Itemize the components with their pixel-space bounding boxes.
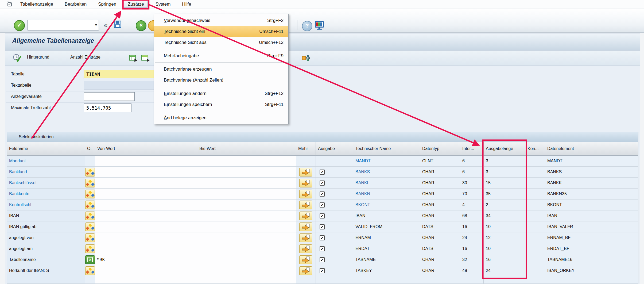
multiple-selection-button[interactable] (85, 212, 95, 220)
menu-item-batchvariante-erzeugen[interactable]: Batchvariante erzeugen (154, 64, 288, 75)
menu-item-einstellungen-speichern[interactable]: Einstellungen speichernStrg+F11 (154, 99, 288, 110)
menu-item-einstellungen-andern[interactable]: Einstellungen ändernStrg+F12 (154, 88, 288, 99)
multiple-selection-button[interactable] (85, 190, 95, 198)
row-tabellenname-bis-wert[interactable] (197, 254, 296, 265)
help-icon[interactable]: ? (302, 21, 312, 31)
more-selection-button[interactable] (299, 179, 312, 187)
ausgabe-checkbox[interactable]: ✓ (320, 246, 325, 251)
ausgabe-checkbox[interactable]: ✓ (320, 224, 325, 229)
menu-item-technische-sicht-aus[interactable]: Technische Sicht ausUmsch+F12 (154, 37, 288, 48)
enter-button[interactable]: ✓ (14, 20, 25, 31)
menu-system[interactable]: System (152, 1, 174, 8)
select-fields-icon[interactable] (141, 54, 150, 63)
row-mandant-von-wert[interactable] (95, 156, 197, 167)
menu-item-label: Einstellungen ändern (164, 91, 265, 96)
ausgabe-checkbox[interactable]: ✓ (320, 202, 325, 208)
row-bankland-bis-wert[interactable] (197, 167, 296, 178)
menu-item-and-belege-anzeigen[interactable]: Änd.belege anzeigen (154, 112, 288, 123)
menu-item-mehrfacheingabe[interactable]: MehrfacheingabeStrg+F9 (154, 50, 288, 61)
save-icon[interactable] (113, 20, 122, 30)
menu-item-technische-sicht-ein[interactable]: Technische Sicht einUmsch+F11 (154, 26, 288, 37)
command-input[interactable] (29, 21, 91, 29)
menu-item-batchvariante-anzahl-zeilen[interactable]: Batchvariante (Anzahl Zeilen) (154, 75, 288, 86)
row-bankschlussel-technical-name[interactable]: BANKL (353, 178, 420, 189)
ausgabe-checkbox[interactable]: ✓ (320, 181, 325, 186)
execute-icon[interactable] (13, 54, 21, 63)
ausgabe-checkbox[interactable]: ✓ (320, 268, 325, 273)
more-selection-button[interactable] (299, 244, 312, 253)
collapse-toolbar-icon[interactable]: « (104, 21, 108, 29)
more-selection-button[interactable] (299, 190, 312, 198)
multiple-selection-button[interactable] (85, 233, 95, 242)
row-iban-bis-wert[interactable] (197, 210, 296, 221)
menu-zusatze[interactable]: Zusätze (124, 1, 148, 8)
menu-hilfe[interactable]: Hilfe (178, 1, 195, 8)
anzahl-eintraege-button[interactable]: Anzahl Einträge (70, 55, 100, 60)
command-field[interactable]: ▾ (27, 20, 99, 30)
layout-icon[interactable] (314, 21, 324, 31)
row-bankschlussel-von-wert[interactable] (95, 178, 197, 189)
row-bankland-fieldname[interactable]: Bankland (7, 167, 85, 178)
row-iban-gultig-ab-mehr-cell (296, 221, 316, 232)
menu-tabellenanzeige[interactable]: Tabellenanzeige (17, 1, 57, 8)
row-bankland-von-wert[interactable] (95, 167, 197, 178)
multiple-selection-button[interactable] (85, 201, 95, 209)
row-herkunft-der-iban-s-von-wert[interactable] (95, 265, 197, 276)
export-icon[interactable] (301, 53, 311, 63)
ausgabe-checkbox[interactable]: ✓ (320, 257, 325, 262)
row-herkunft-der-iban-s-option-cell (85, 265, 95, 276)
more-selection-button[interactable] (299, 168, 312, 176)
row-kontrollschl-fieldname[interactable]: Kontrollschl. (7, 199, 85, 210)
row-bankkonto-von-wert[interactable] (95, 189, 197, 199)
window-menu-icon[interactable] (6, 1, 12, 7)
row-mandant-technical-name[interactable]: MANDT (353, 156, 420, 167)
multiple-selection-button[interactable] (85, 244, 95, 253)
row-bankkonto-technical-name[interactable]: BANKN (353, 189, 420, 199)
hintergrund-button[interactable]: Hintergrund (27, 55, 49, 60)
menu-bearbeiten[interactable]: Bearbeiten (61, 1, 90, 8)
row-kontrollschl-technical-name[interactable]: BKONT (353, 199, 420, 210)
row-bankkonto-fieldname[interactable]: Bankkonto (7, 189, 85, 199)
row-angelegt-am-von-wert[interactable] (95, 243, 197, 254)
row-bankkonto-bis-wert[interactable] (197, 189, 296, 199)
ausgabe-checkbox[interactable]: ✓ (320, 191, 325, 197)
row-angelegt-am-bis-wert[interactable] (197, 243, 296, 254)
more-selection-button[interactable] (299, 212, 312, 220)
row-tabellenname-von-wert[interactable]: *BK (95, 254, 197, 265)
row-bankland-ausgabe-cell: ✓ (316, 167, 353, 178)
row-iban-gultig-ab-von-wert[interactable] (95, 221, 197, 232)
field-maximale-trefferzahl[interactable]: 5.514.705 (84, 103, 131, 112)
back-icon[interactable]: « (136, 20, 146, 31)
row-herkunft-der-iban-s-bis-wert[interactable] (197, 265, 296, 276)
multiple-selection-active-button[interactable]: ✕ (85, 255, 95, 264)
ausgabe-checkbox[interactable]: ✓ (320, 213, 325, 218)
multiple-selection-button[interactable] (85, 168, 95, 176)
more-selection-button[interactable] (299, 201, 312, 209)
row-bankschlussel-fieldname[interactable]: Bankschlüssel (7, 178, 85, 189)
multiple-selection-button[interactable] (85, 179, 95, 187)
multiple-selection-button[interactable] (85, 222, 95, 231)
menu-item-verwendungsnachweis[interactable]: VerwendungsnachweisStrg+F2 (154, 15, 288, 26)
chevron-down-icon[interactable]: ▾ (95, 22, 97, 27)
row-mandant-fieldname[interactable]: Mandant (7, 156, 85, 167)
more-selection-button[interactable] (299, 222, 312, 231)
select-fields-icon[interactable] (129, 54, 138, 63)
menu-springen[interactable]: Springen (94, 1, 120, 8)
multiple-selection-button[interactable] (85, 266, 95, 275)
row-angelegt-von-von-wert[interactable] (95, 232, 197, 243)
row-iban-gultig-ab-konvertierung (525, 221, 545, 232)
row-angelegt-von-bis-wert[interactable] (197, 232, 296, 243)
row-mandant-bis-wert[interactable] (197, 156, 296, 167)
row-iban-von-wert[interactable] (95, 210, 197, 221)
row-iban-gultig-ab-bis-wert[interactable] (197, 221, 296, 232)
row-kontrollschl-bis-wert[interactable] (197, 199, 296, 210)
row-kontrollschl-von-wert[interactable] (95, 199, 197, 210)
more-selection-button[interactable] (299, 266, 312, 275)
ausgabe-checkbox[interactable]: ✓ (320, 170, 325, 175)
more-selection-button[interactable] (299, 233, 312, 242)
field-anzeigevariante[interactable] (84, 92, 135, 101)
row-bankland-technical-name[interactable]: BANKS (353, 167, 420, 178)
row-bankschlussel-bis-wert[interactable] (197, 178, 296, 189)
more-selection-button[interactable] (299, 255, 312, 264)
ausgabe-checkbox[interactable]: ✓ (320, 235, 325, 240)
